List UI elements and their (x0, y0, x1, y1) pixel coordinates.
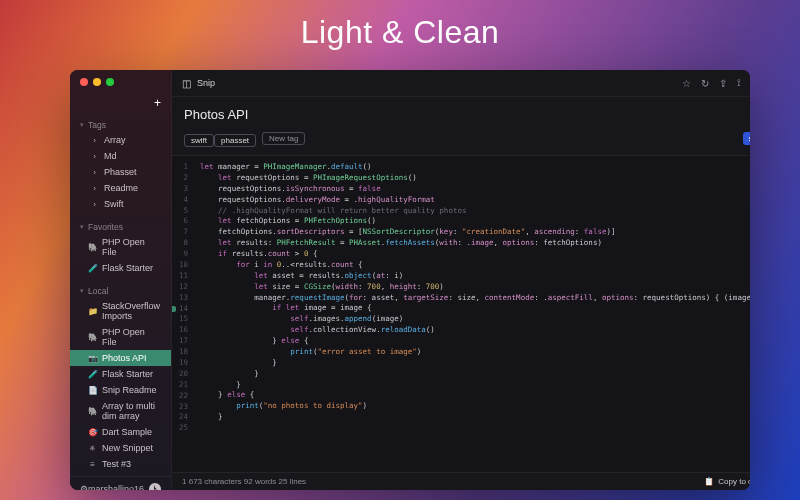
status-text: 1 673 characters 92 words 25 lines (182, 477, 306, 486)
tag-label: Array (104, 135, 126, 145)
tag-label: Swift (104, 199, 124, 209)
hero-title: Light & Clean (301, 14, 500, 51)
new-tag-button[interactable]: New tag (262, 132, 305, 145)
sidebar-local-item[interactable]: 🧪Flask Starter (70, 366, 171, 382)
username-label: marshallino16 (88, 484, 144, 490)
item-label: PHP Open File (102, 237, 161, 257)
item-label: Photos API (102, 353, 147, 363)
file-type-icon: 🐘 (88, 407, 97, 416)
sidebar-local-section: ▾Local 📁StackOverflow Imports🐘PHP Open F… (70, 280, 171, 476)
bookmark-icon[interactable]: ⟟ (737, 77, 741, 89)
status-bar: 1 673 characters 92 words 25 lines 📋 Cop… (172, 472, 750, 490)
sidebar-local-item[interactable]: 📷Photos API (70, 350, 171, 366)
chevron-down-icon: ▾ (80, 287, 84, 295)
file-type-icon: 📷 (88, 354, 97, 363)
item-label: Array to multi dim array (102, 401, 161, 421)
sidebar-tag-item[interactable]: ›Swift (70, 196, 171, 212)
sidebar-local-item[interactable]: 🐘Array to multi dim array (70, 398, 171, 424)
sidebar-tag-item[interactable]: ›Phasset (70, 164, 171, 180)
tag-label: Md (104, 151, 117, 161)
code-content[interactable]: let manager = PHImageManager.default() l… (192, 156, 750, 472)
sidebar-section-label: Tags (88, 120, 106, 130)
item-label: PHP Open File (102, 327, 161, 347)
tag-chip[interactable]: swift (184, 134, 214, 147)
copy-to-clipboard-button[interactable]: 📋 Copy to clipboard (704, 477, 750, 486)
chevron-right-icon: › (90, 168, 99, 177)
chevron-down-icon: ▾ (80, 121, 84, 129)
sidebar-section-label: Local (88, 286, 108, 296)
sidebar-favorite-item[interactable]: 🐘PHP Open File (70, 234, 171, 260)
code-editor[interactable]: 1234567891011121314151617181920212223242… (172, 156, 750, 472)
sidebar-local-item[interactable]: ✳︎New Snippet (70, 440, 171, 456)
sidebar-tag-item[interactable]: ›Md (70, 148, 171, 164)
sidebar-toggle-icon[interactable]: ◫ (182, 78, 191, 89)
window-controls (70, 70, 171, 86)
settings-icon[interactable]: ⚙ (80, 484, 88, 490)
sidebar-local-item[interactable]: 📄Snip Readme (70, 382, 171, 398)
github-icon[interactable]: ᚦ (149, 483, 161, 490)
maximize-window-button[interactable] (106, 78, 114, 86)
sidebar-favorite-item[interactable]: 🧪Flask Starter (70, 260, 171, 276)
toolbar: ◫ Snip ☆ ↻ ⇪ ⟟ 🗑 ⓘ (172, 70, 750, 97)
app-name-label: Snip (197, 78, 215, 88)
item-label: StackOverflow Imports (102, 301, 161, 321)
sidebar-local-item[interactable]: 🎯Dart Sample (70, 424, 171, 440)
file-type-icon: 🧪 (88, 370, 97, 379)
snippet-title-input[interactable] (184, 107, 750, 122)
chevron-right-icon: › (90, 184, 99, 193)
sync-icon[interactable]: ↻ (701, 78, 709, 89)
sidebar-local-item[interactable]: 🐘PHP Open File (70, 324, 171, 350)
file-type-icon: 📁 (88, 307, 97, 316)
line-gutter: 1234567891011121314151617181920212223242… (172, 156, 192, 472)
chevron-right-icon: › (90, 152, 99, 161)
file-type-icon: 🧪 (88, 264, 97, 273)
item-label: New Snippet (102, 443, 153, 453)
app-window: + ▾Tags ›Array›Md›Phasset›Readme›Swift ▾… (70, 70, 750, 490)
share-icon[interactable]: ⇪ (719, 78, 727, 89)
item-label: Dart Sample (102, 427, 152, 437)
sidebar-local-item[interactable]: 📁StackOverflow Imports (70, 298, 171, 324)
item-label: Snip Readme (102, 385, 157, 395)
sidebar-local-item[interactable]: ≡Test #3 (70, 456, 171, 472)
chevron-down-icon: ▾ (80, 223, 84, 231)
favorite-icon[interactable]: ☆ (682, 78, 691, 89)
file-type-icon: 📄 (88, 386, 97, 395)
clipboard-icon: 📋 (704, 477, 714, 486)
minimize-window-button[interactable] (93, 78, 101, 86)
sidebar-tags-section: ▾Tags ›Array›Md›Phasset›Readme›Swift (70, 114, 171, 216)
file-type-icon: 🎯 (88, 428, 97, 437)
sidebar-favorites-section: ▾Favorites 🐘PHP Open File🧪Flask Starter (70, 216, 171, 280)
item-label: Flask Starter (102, 263, 153, 273)
tag-label: Phasset (104, 167, 137, 177)
tags-row: swiftphasset New tag swift (172, 125, 750, 156)
close-window-button[interactable] (80, 78, 88, 86)
add-snippet-button[interactable]: + (154, 96, 161, 110)
sidebar-footer: ⚙ marshallino16 ᚦ (70, 476, 171, 490)
sidebar-tag-item[interactable]: ›Array (70, 132, 171, 148)
item-label: Test #3 (102, 459, 131, 469)
chevron-right-icon: › (90, 200, 99, 209)
file-type-icon: ≡ (88, 460, 97, 469)
tag-label: Readme (104, 183, 138, 193)
sidebar: + ▾Tags ›Array›Md›Phasset›Readme›Swift ▾… (70, 70, 172, 490)
sidebar-section-label: Favorites (88, 222, 123, 232)
tag-chip[interactable]: phasset (214, 134, 256, 147)
file-type-icon: 🐘 (88, 333, 97, 342)
file-type-icon: 🐘 (88, 243, 97, 252)
sidebar-tag-item[interactable]: ›Readme (70, 180, 171, 196)
language-select[interactable]: swift (743, 132, 750, 145)
file-type-icon: ✳︎ (88, 444, 97, 453)
copy-label: Copy to clipboard (718, 477, 750, 486)
item-label: Flask Starter (102, 369, 153, 379)
chevron-right-icon: › (90, 136, 99, 145)
main-pane: ◫ Snip ☆ ↻ ⇪ ⟟ 🗑 ⓘ swiftphasset New tag … (172, 70, 750, 490)
